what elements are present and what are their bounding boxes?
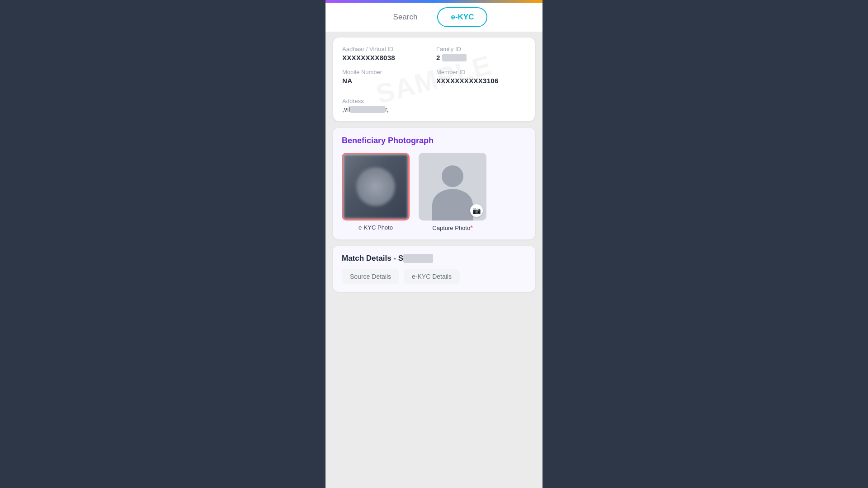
photo-card: Beneficiary Photograph e-KYC Photo [333,128,535,239]
phone-frame: Search e-KYC SAMPLE Aadhaar / Virtual ID… [326,0,542,488]
aadhaar-label: Aadhaar / Virtual ID [342,46,432,52]
info-card: SAMPLE Aadhaar / Virtual ID XXXXXXXX8038… [333,37,535,122]
family-id-value: 2 [436,54,526,61]
family-id-label: Family ID [436,46,526,52]
ekyc-photo-box: e-KYC Photo [342,153,410,231]
match-card-title: Match Details - S [342,254,526,263]
tab-bar: Search e-KYC [326,3,542,32]
ekyc-photo-label: e-KYC Photo [359,224,393,231]
match-tabs: Source Details e-KYC Details [342,269,526,284]
family-id-blurred [442,54,467,61]
address-value: ,vil r, [342,106,526,113]
photo-card-title: Beneficiary Photograph [342,136,526,145]
info-divider [342,91,526,91]
mobile-label: Mobile Number [342,69,432,75]
member-id-field: Member ID XXXXXXXXXX3106 [436,69,526,84]
match-title-blurred [403,254,433,263]
tab-ekyc[interactable]: e-KYC [437,7,487,27]
mobile-field: Mobile Number NA [342,69,432,84]
address-label: Address [342,98,526,104]
photo-row: e-KYC Photo 📷 Capture Photo* [342,153,526,231]
capture-photo-box[interactable]: 📷 Capture Photo* [419,153,486,231]
content-area: SAMPLE Aadhaar / Virtual ID XXXXXXXX8038… [326,32,542,488]
match-tab-source[interactable]: Source Details [342,269,399,284]
member-id-value: XXXXXXXXXX3106 [436,77,526,84]
silhouette-body [432,189,473,221]
person-photo-inner [356,167,395,206]
aadhaar-field: Aadhaar / Virtual ID XXXXXXXX8038 [342,46,432,61]
address-section: Address ,vil r, [342,98,526,113]
address-blurred [350,106,385,113]
ekyc-photo-frame [342,153,410,221]
silhouette-head [442,165,463,187]
capture-photo-label: Capture Photo* [432,224,472,231]
match-card: Match Details - S Source Details e-KYC D… [333,246,535,292]
tab-search[interactable]: Search [381,8,430,26]
capture-photo-frame[interactable]: 📷 [419,153,486,221]
app-screen: Search e-KYC SAMPLE Aadhaar / Virtual ID… [326,3,542,488]
match-tab-ekyc[interactable]: e-KYC Details [404,269,460,284]
family-id-field: Family ID 2 [436,46,526,61]
info-grid: Aadhaar / Virtual ID XXXXXXXX8038 Family… [342,46,526,84]
required-star: * [470,224,472,231]
mobile-value: NA [342,77,432,84]
camera-icon[interactable]: 📷 [470,204,483,217]
member-id-label: Member ID [436,69,526,75]
ekyc-person-photo [343,154,408,219]
aadhaar-value: XXXXXXXX8038 [342,54,432,61]
